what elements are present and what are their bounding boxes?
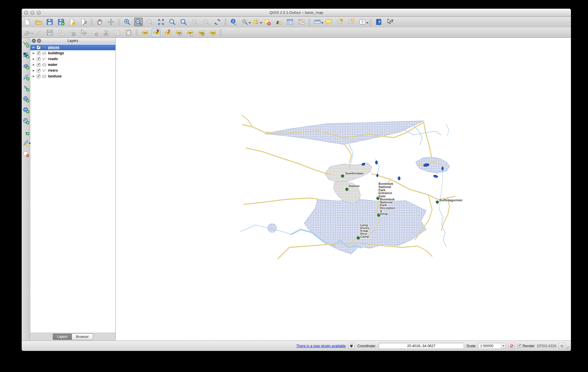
panel-float-icon[interactable] (37, 39, 41, 43)
render-label: Render (523, 344, 535, 348)
status-bar: There is a new plugin available Coordina… (22, 341, 571, 351)
add-mssql-layer-icon[interactable] (22, 84, 30, 92)
cut-features-icon (102, 28, 110, 37)
add-wms-layer-icon[interactable] (22, 95, 30, 103)
pan-map-icon[interactable] (95, 18, 104, 26)
select-features-icon[interactable] (252, 18, 260, 26)
layers-panel-title: Layers (67, 39, 78, 43)
layer-row-water[interactable]: ▶✓water (30, 62, 115, 68)
add-vector-layer-icon[interactable] (22, 40, 30, 48)
help-icon[interactable]: ? (374, 18, 383, 26)
save-project-icon[interactable] (45, 18, 54, 26)
polygon-symbol-icon (42, 63, 47, 67)
new-project-icon[interactable] (23, 18, 32, 26)
refresh-icon[interactable] (213, 18, 222, 26)
zoom-out-icon[interactable] (134, 18, 143, 26)
place-label: BontebokNationalParkEntranceGate (378, 182, 393, 198)
plugin-icon[interactable] (348, 343, 355, 349)
save-project-as-icon[interactable] (57, 18, 65, 26)
layer-expander-icon[interactable]: ▶ (33, 64, 36, 66)
text-annotation-icon[interactable]: T (358, 18, 367, 26)
minimize-button[interactable] (30, 11, 34, 15)
zoom-to-layer-icon[interactable] (179, 18, 188, 26)
place-label: Swellendam (345, 172, 364, 175)
tab-browser[interactable]: Browser (72, 334, 93, 340)
layer-row-roads[interactable]: ▶✓roads (30, 56, 115, 62)
layer-expander-icon[interactable]: ▶ (33, 58, 36, 60)
layer-checkbox-landuse[interactable]: ✓ (37, 75, 40, 78)
change-label-icon[interactable]: abc (208, 28, 217, 37)
layer-label: buildings (48, 51, 64, 55)
zoom-in-icon[interactable] (123, 18, 132, 26)
composer-manager-icon[interactable] (79, 18, 88, 26)
move-label-icon[interactable]: abc (186, 28, 194, 37)
layer-checkbox-roads[interactable]: ✓ (37, 57, 40, 61)
paste-features-icon (124, 28, 133, 37)
whats-this-icon[interactable]: ? (386, 18, 394, 26)
place-marker (436, 201, 439, 204)
show-bookmarks-icon[interactable] (347, 18, 356, 26)
rotate-label-icon[interactable]: abc (197, 28, 206, 37)
stop-render-icon[interactable] (509, 343, 515, 349)
layer-row-buildings[interactable]: ▶✓buildings (30, 50, 115, 56)
new-bookmark-icon[interactable] (336, 18, 344, 26)
field-calculator-icon[interactable] (297, 18, 306, 26)
pin-labels-icon[interactable]: ab (152, 28, 160, 37)
add-delimited-text-layer-icon[interactable]: , (22, 128, 30, 136)
resize-grip[interactable] (566, 346, 570, 350)
labeling-icon[interactable]: abc (140, 28, 149, 37)
chevron-down-icon[interactable]: ▼ (501, 343, 506, 349)
new-composer-icon[interactable] (68, 18, 77, 26)
layer-row-rivers[interactable]: ▶✓rivers (30, 68, 115, 73)
open-project-icon[interactable] (34, 18, 43, 26)
coordinate-input[interactable] (379, 343, 464, 349)
select-by-expression-icon[interactable]: ε (274, 18, 283, 26)
place-marker (341, 175, 344, 178)
scale-combobox[interactable]: 1:50000 ▼ (478, 343, 506, 349)
water-body (375, 161, 378, 164)
panel-close-icon[interactable]: × (32, 39, 36, 43)
deselect-features-icon[interactable] (263, 18, 272, 26)
crs-globe-icon[interactable] (559, 343, 565, 349)
identify-icon[interactable]: i (229, 18, 238, 26)
attribute-table-icon[interactable] (286, 18, 294, 26)
layer-expander-icon[interactable]: ▶ (33, 69, 36, 72)
layer-expander-icon[interactable]: ▶ (33, 75, 36, 78)
measure-icon[interactable] (313, 18, 322, 26)
add-wfs-layer-icon[interactable] (22, 117, 30, 125)
zoom-to-selection-icon[interactable] (168, 18, 177, 26)
layer-row-landuse[interactable]: ▶✓landuse (30, 73, 115, 79)
layer-checkbox-rivers[interactable]: ✓ (37, 69, 40, 72)
layer-label: places (48, 45, 59, 49)
layer-expander-icon[interactable]: ▶ (33, 52, 36, 55)
main-area: , × Layers ▶✓places▶✓buildings▶✓roads▶✓w… (22, 38, 571, 341)
new-shapefile-layer-icon[interactable] (22, 139, 30, 147)
run-feature-action-icon[interactable] (241, 18, 249, 26)
layer-checkbox-places[interactable]: ✓ (37, 46, 40, 49)
show-hide-labels-icon[interactable]: abc (174, 28, 183, 37)
add-postgis-layer-icon[interactable] (22, 62, 30, 70)
plugin-link[interactable]: There is a new plugin available (296, 344, 346, 348)
map-canvas[interactable]: SwellendamRailtonBontebokNationalParkEnt… (116, 38, 571, 341)
render-checkbox[interactable]: ✓ (517, 344, 521, 348)
title-bar[interactable]: QGIS 2.0.1-Dufour – basic_map (22, 9, 571, 17)
landuse-polygon (264, 121, 424, 144)
map-tips-icon[interactable] (324, 18, 333, 26)
toolbar-separator (136, 29, 138, 36)
zoom-window-button[interactable] (37, 11, 41, 15)
zoom-full-icon[interactable] (157, 18, 165, 26)
tab-layers[interactable]: Layers (53, 334, 71, 340)
pan-to-selection-icon[interactable] (107, 18, 115, 26)
layer-expander-icon[interactable]: ▶ (33, 46, 36, 49)
add-wcs-layer-icon[interactable] (22, 106, 30, 114)
highlight-labels-icon[interactable]: ab (163, 28, 172, 37)
layer-row-places[interactable]: ▶✓places (30, 44, 115, 50)
layer-checkbox-water[interactable]: ✓ (37, 63, 40, 67)
remove-layer-icon[interactable] (22, 150, 30, 158)
layer-checkbox-buildings[interactable]: ✓ (37, 51, 40, 55)
line-symbol-icon (42, 68, 47, 72)
water-body (433, 175, 438, 178)
add-raster-layer-icon[interactable] (22, 51, 30, 59)
add-spatialite-layer-icon[interactable] (22, 73, 30, 81)
close-button[interactable] (24, 11, 28, 15)
